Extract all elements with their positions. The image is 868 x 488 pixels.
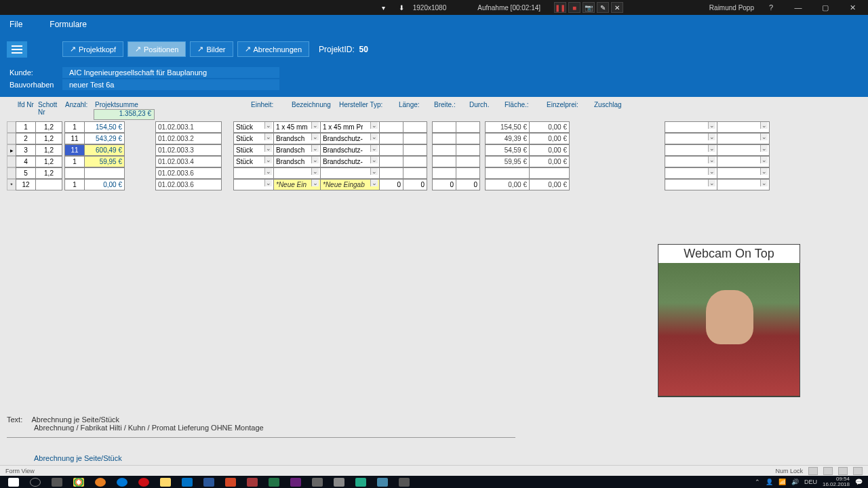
cell-einzelpreis[interactable] (485, 167, 530, 179)
outlook-app[interactable] (176, 476, 198, 488)
pause-button[interactable]: ❚❚ (554, 2, 566, 13)
firefox-app[interactable] (90, 476, 111, 488)
cell-bezeichnung[interactable]: *Neue Ein (273, 179, 321, 190)
excel-app[interactable] (263, 476, 285, 488)
cell-extra1[interactable] (665, 144, 717, 156)
cell-anzahl[interactable]: 1 (64, 179, 85, 190)
cell-schott[interactable]: 1,2 (35, 167, 62, 179)
row-selector[interactable] (7, 156, 16, 167)
view-icon-2[interactable] (823, 467, 833, 475)
start-button[interactable] (3, 476, 24, 488)
menu-formulare[interactable]: Formulare (45, 17, 91, 32)
cell-einzelpreis[interactable]: 154,50 € (485, 121, 530, 133)
cell-extra2[interactable] (717, 167, 770, 179)
cell-einheit[interactable]: Stück (233, 156, 274, 167)
cell-flaeche[interactable] (456, 144, 480, 156)
people-icon[interactable]: 👤 (766, 479, 773, 485)
app-18[interactable] (372, 476, 393, 488)
table-row[interactable]: 2 1,2 11 543,29 € 01.02.003.2 Stück Bran… (7, 133, 861, 144)
cell-lfd[interactable]: 12 (16, 179, 36, 190)
cell-lfd[interactable]: 2 (16, 133, 36, 144)
cell-hersteller[interactable]: *Neue Eingab (320, 179, 380, 190)
cell-lfd[interactable]: 4 (16, 156, 36, 167)
minimize-button[interactable]: — (788, 1, 808, 14)
tab-positionen[interactable]: ↗Positionen (127, 41, 186, 57)
text-link[interactable]: Abrechnung je Seite/Stück (34, 450, 515, 462)
cell-laenge[interactable] (379, 121, 403, 133)
cell-breite[interactable] (403, 167, 427, 179)
opera-app[interactable] (133, 476, 155, 488)
cell-summe[interactable]: 154,50 € (84, 121, 125, 133)
cell-extra1[interactable] (665, 179, 717, 190)
system-tray[interactable]: ⌃ 👤 📶 🔊 DEU 09:5416.02.2018 💬 (755, 476, 865, 487)
edge-app[interactable] (111, 476, 133, 488)
cell-laenge[interactable]: 0 (379, 179, 403, 190)
cell-extra1[interactable] (665, 121, 717, 133)
access-app[interactable] (241, 476, 263, 488)
cell-flaeche[interactable] (456, 121, 480, 133)
view-icon-1[interactable] (808, 467, 818, 475)
app-15[interactable] (307, 476, 328, 488)
cell-einheit[interactable] (233, 167, 274, 179)
cell-laenge[interactable] (379, 167, 403, 179)
cell-code[interactable]: 01.02.003.6 (155, 179, 222, 190)
cell-einheit[interactable]: Stück (233, 133, 274, 144)
cell-bezeichnung[interactable]: Brandsch (273, 156, 321, 167)
tab-projektkopf[interactable]: ↗Projektkopf (62, 41, 123, 57)
cell-durch[interactable]: 0 (432, 179, 456, 190)
help-button[interactable]: ? (761, 1, 781, 14)
cell-code[interactable]: 01.02.003.3 (155, 144, 222, 156)
cell-durch[interactable] (432, 144, 456, 156)
table-row[interactable]: 1 1,2 1 154,50 € 01.02.003.1 Stück 1 x 4… (7, 121, 861, 133)
tab-bilder[interactable]: ↗Bilder (190, 41, 233, 57)
cell-schott[interactable]: 1,2 (35, 156, 62, 167)
table-row[interactable]: 4 1,2 1 59,95 € 01.02.003.4 Stück Brands… (7, 156, 861, 167)
screenshot-button[interactable]: 📷 (583, 2, 595, 13)
taskview-button[interactable] (46, 476, 68, 488)
visualstudio-app[interactable] (285, 476, 307, 488)
cell-summe[interactable]: 59,95 € (84, 156, 125, 167)
cell-einheit[interactable]: Stück (233, 121, 274, 133)
cell-hersteller[interactable]: Brandschutz- (320, 144, 380, 156)
cell-anzahl[interactable] (64, 167, 85, 179)
cell-extra1[interactable] (665, 167, 717, 179)
cell-einzelpreis[interactable]: 54,59 € (485, 144, 530, 156)
cell-einzelpreis[interactable]: 59,95 € (485, 156, 530, 167)
app-17[interactable] (350, 476, 372, 488)
tray-chevron-icon[interactable]: ⌃ (755, 479, 760, 485)
cell-flaeche[interactable]: 0 (456, 179, 480, 190)
table-row[interactable]: ▸ 3 1,2 11 600,49 € 01.02.003.3 Stück Br… (7, 144, 861, 156)
cell-zuschlag[interactable]: 0,00 € (529, 121, 570, 133)
cortana-button[interactable] (24, 476, 46, 488)
cell-zuschlag[interactable]: 0,00 € (529, 156, 570, 167)
cell-durch[interactable] (432, 133, 456, 144)
table-row[interactable]: 5 1,2 01.02.003.6 (7, 167, 861, 179)
cell-extra2[interactable] (717, 121, 770, 133)
chrome-app[interactable] (68, 476, 90, 488)
tab-abrechnungen[interactable]: ↗Abrechnungen (237, 41, 310, 57)
cell-extra1[interactable] (665, 156, 717, 167)
cell-bezeichnung[interactable]: 1 x 45 mm (273, 121, 321, 133)
cell-schott[interactable]: 1,2 (35, 121, 62, 133)
cell-extra1[interactable] (665, 133, 717, 144)
table-row[interactable]: * 12 1 0,00 € 01.02.003.6 *Neue Ein *Neu… (7, 179, 861, 190)
dropdown-icon[interactable]: ▾ (378, 2, 390, 13)
cell-einheit[interactable]: Stück (233, 144, 274, 156)
cell-durch[interactable] (432, 121, 456, 133)
action-center-icon[interactable]: 💬 (855, 479, 863, 485)
cell-summe[interactable] (84, 167, 125, 179)
cell-summe[interactable]: 600,49 € (84, 144, 125, 156)
cell-extra2[interactable] (717, 156, 770, 167)
cell-bezeichnung[interactable] (273, 167, 321, 179)
cell-schott[interactable]: 1,2 (35, 144, 62, 156)
cell-anzahl[interactable]: 11 (64, 133, 85, 144)
cell-summe[interactable]: 0,00 € (84, 179, 125, 190)
cell-durch[interactable] (432, 156, 456, 167)
row-selector[interactable]: * (7, 179, 16, 190)
cell-code[interactable]: 01.02.003.4 (155, 156, 222, 167)
cell-bezeichnung[interactable]: Brandsch (273, 133, 321, 144)
cell-durch[interactable] (432, 167, 456, 179)
cell-laenge[interactable] (379, 144, 403, 156)
cell-code[interactable]: 01.02.003.2 (155, 133, 222, 144)
clock[interactable]: 09:5416.02.2018 (823, 476, 850, 487)
